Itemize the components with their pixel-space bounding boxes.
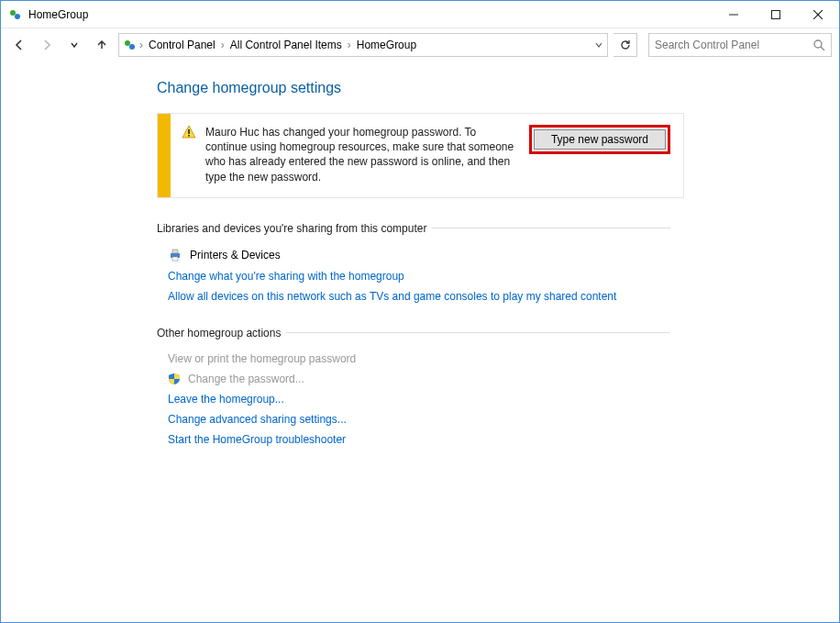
advanced-sharing-link[interactable]: Change advanced sharing settings...	[168, 413, 347, 426]
titlebar: HomeGroup	[1, 1, 839, 28]
divider	[432, 228, 670, 228]
svg-rect-11	[188, 135, 190, 137]
address-bar[interactable]: › Control Panel › All Control Panel Item…	[118, 33, 608, 57]
recent-dropdown[interactable]	[63, 34, 85, 56]
chevron-right-icon[interactable]: ›	[346, 39, 353, 51]
svg-line-9	[821, 47, 824, 50]
breadcrumb-item[interactable]: HomeGroup	[353, 39, 420, 51]
printer-icon	[168, 248, 182, 262]
homegroup-icon	[8, 7, 23, 22]
breadcrumb-item[interactable]: All Control Panel Items	[227, 39, 346, 51]
window-title: HomeGroup	[28, 8, 713, 21]
svg-point-8	[814, 40, 822, 48]
forward-button[interactable]	[36, 34, 58, 56]
minimize-button[interactable]	[713, 1, 755, 28]
shield-icon	[168, 373, 181, 385]
page-heading: Change homegroup settings	[157, 80, 680, 96]
alert-message: Mauro Huc has changed your homegroup pas…	[205, 125, 520, 184]
homegroup-icon	[123, 38, 138, 52]
section-title: Libraries and devices you're sharing fro…	[157, 222, 426, 235]
maximize-button[interactable]	[755, 1, 797, 28]
change-sharing-link[interactable]: Change what you're sharing with the home…	[168, 270, 404, 283]
svg-point-6	[125, 40, 130, 46]
alert-accent-bar	[158, 114, 171, 197]
change-password-row: Change the password...	[157, 369, 680, 389]
navbar: › Control Panel › All Control Panel Item…	[1, 28, 839, 61]
warning-icon	[182, 125, 196, 184]
search-icon[interactable]	[812, 39, 825, 51]
troubleshooter-link[interactable]: Start the HomeGroup troubleshooter	[168, 433, 346, 446]
svg-point-0	[10, 10, 16, 16]
content-area: Change homegroup settings Mauro Huc has …	[1, 61, 680, 450]
printers-row: Printers & Devices	[157, 244, 680, 266]
search-box[interactable]	[648, 33, 832, 57]
section-header-actions: Other homegroup actions	[157, 327, 670, 339]
svg-rect-10	[188, 129, 190, 134]
svg-rect-14	[172, 257, 178, 261]
section-title: Other homegroup actions	[157, 327, 281, 339]
chevron-right-icon[interactable]: ›	[219, 39, 227, 51]
svg-rect-13	[172, 250, 178, 253]
breadcrumb-item[interactable]: Control Panel	[145, 39, 219, 51]
change-password-link: Change the password...	[188, 373, 304, 385]
close-button[interactable]	[797, 1, 839, 28]
address-dropdown-icon[interactable]	[594, 40, 603, 50]
alert-box: Mauro Huc has changed your homegroup pas…	[157, 113, 684, 198]
view-password-link: View or print the homegroup password	[168, 352, 356, 365]
refresh-button[interactable]	[613, 33, 637, 57]
svg-point-1	[15, 14, 20, 19]
svg-point-7	[129, 44, 135, 50]
search-input[interactable]	[655, 39, 812, 51]
section-header-sharing: Libraries and devices you're sharing fro…	[157, 222, 670, 235]
up-button[interactable]	[91, 34, 113, 56]
printers-label: Printers & Devices	[190, 249, 281, 261]
svg-rect-3	[772, 10, 780, 18]
type-new-password-button[interactable]: Type new password	[534, 129, 666, 150]
divider	[286, 332, 670, 333]
highlight-annotation: Type new password	[529, 125, 670, 154]
leave-homegroup-link[interactable]: Leave the homegroup...	[168, 393, 284, 406]
chevron-right-icon[interactable]: ›	[138, 39, 145, 51]
allow-devices-link[interactable]: Allow all devices on this network such a…	[168, 290, 616, 303]
back-button[interactable]	[8, 34, 30, 56]
